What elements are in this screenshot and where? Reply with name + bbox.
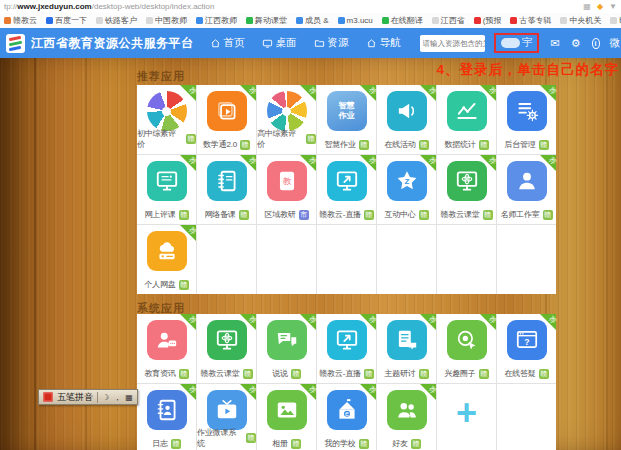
- app-tile-网上评课[interactable]: 荐网上评课赣: [137, 155, 196, 224]
- gear-icon[interactable]: ⚙: [571, 37, 581, 50]
- scope-badge: 赣: [306, 134, 316, 144]
- wood-seam: [34, 58, 36, 450]
- bookmarks-bar[interactable]: 赣教云百度一下铁路客户中国教师江西教师舞动课堂成员 &m3.ucu在线翻译江西省…: [0, 13, 621, 28]
- bookmark-favicon-icon: [4, 17, 11, 24]
- svg-text:e: e: [345, 410, 349, 417]
- app-tile-赣教云-直播[interactable]: 荐赣教云-直播赣: [317, 314, 376, 383]
- ime-keyboard-icon[interactable]: ▦: [125, 393, 133, 402]
- recommend-ribbon: 荐: [420, 384, 436, 400]
- app-label: 作业微课系统赣: [197, 427, 256, 449]
- ime-punctuation-icon[interactable]: ，: [113, 392, 121, 403]
- app-tile-日志[interactable]: 荐日志赣: [137, 384, 196, 450]
- recommend-ribbon: 荐: [180, 384, 196, 400]
- scope-badge: 赣: [171, 439, 181, 449]
- app-tile-智慧作业[interactable]: 荐智慧作业智慧作业赣: [317, 85, 376, 154]
- bookmark-item[interactable]: m3.ucu: [338, 16, 373, 25]
- app-tile-个人网盘[interactable]: 荐个人网盘赣: [137, 225, 196, 294]
- app-tile-网络备课[interactable]: 荐网络备课赣: [197, 155, 256, 224]
- pinwheel-senior-icon: [267, 91, 307, 131]
- scope-badge: 赣: [186, 134, 196, 144]
- app-tile-好友[interactable]: 荐好友赣: [377, 384, 436, 450]
- ime-halfwidth-icon[interactable]: ☽: [102, 393, 109, 402]
- scope-badge: 赣: [243, 369, 253, 379]
- bookmark-item[interactable]: 中央机关: [560, 15, 601, 26]
- share-edge-label[interactable]: 微: [610, 36, 621, 50]
- app-tile-作业微课系统[interactable]: 荐作业微课系统赣: [197, 384, 256, 450]
- info-icon[interactable]: i: [592, 38, 600, 49]
- scope-badge: 赣: [240, 140, 250, 150]
- flash-icon[interactable]: ◆: [597, 2, 603, 11]
- ime-logo-icon[interactable]: [43, 392, 53, 402]
- recommend-ribbon: 荐: [420, 85, 436, 101]
- app-label: 网上评课赣: [137, 209, 196, 220]
- bookmark-item[interactable]: 中国教师: [146, 15, 187, 26]
- app-tile-数学通2.0[interactable]: 荐数学通2.0赣: [197, 85, 256, 154]
- app-label: 相册赣: [257, 438, 316, 449]
- bookmark-item[interactable]: 百度一下: [46, 15, 87, 26]
- mail-icon[interactable]: ✉: [550, 37, 559, 50]
- dropdown-chevron-icon[interactable]: ▼: [609, 2, 617, 11]
- app-tile-数据统计[interactable]: 荐数据统计赣: [437, 85, 496, 154]
- bookmark-item[interactable]: (预报: [474, 15, 502, 26]
- app-tile-名师工作室[interactable]: 荐名师工作室赣: [497, 155, 556, 224]
- app-tile-在线活动[interactable]: 荐在线活动赣: [377, 85, 436, 154]
- search-input[interactable]: [420, 36, 485, 51]
- app-label: 我的学校赣: [317, 438, 376, 449]
- bookmark-item[interactable]: 在线翻译: [382, 15, 423, 26]
- app-tile-在线答疑[interactable]: 荐?在线答疑赣: [497, 314, 556, 383]
- bookmark-favicon-icon: [46, 17, 53, 24]
- app-label: 主题研讨赣: [377, 368, 436, 379]
- scope-badge: 赣: [419, 210, 429, 220]
- scope-badge: 赣: [543, 210, 553, 220]
- add-app-button[interactable]: +: [437, 384, 496, 450]
- bookmark-item[interactable]: 江西省: [432, 15, 465, 26]
- svg-text:?: ?: [524, 337, 529, 347]
- ime-mode-label[interactable]: 五笔拼音: [57, 391, 93, 404]
- app-tile-相册[interactable]: 荐相册赣: [257, 384, 316, 450]
- recommend-ribbon: 荐: [480, 314, 496, 330]
- wood-seam: [606, 58, 608, 450]
- app-tile-赣教云课堂[interactable]: 荐赣教云课堂赣: [197, 314, 256, 383]
- nav-navigation[interactable]: 导航: [366, 36, 401, 50]
- app-tile-赣教云课堂[interactable]: 荐赣教云课堂赣: [437, 155, 496, 224]
- app-tile-教育资讯[interactable]: 荐教育资讯赣: [137, 314, 196, 383]
- app-tile-兴趣圈子[interactable]: 荐兴趣圈子赣: [437, 314, 496, 383]
- bookmark-item[interactable]: 赣教云: [4, 15, 37, 26]
- nav-resources[interactable]: 资源: [314, 36, 349, 50]
- app-tile-我的学校[interactable]: 荐e我的学校赣: [317, 384, 376, 450]
- recommend-ribbon: 荐: [540, 85, 556, 101]
- app-tile-主题研讨[interactable]: 荐主题研讨赣: [377, 314, 436, 383]
- browser-url-bar[interactable]: tp://www.jxeduyun.com/desktop-web/deskto…: [0, 0, 621, 13]
- app-tile-高中综素评价[interactable]: 荐高中综素评价赣: [257, 85, 316, 154]
- nav-home[interactable]: 首页: [210, 36, 245, 50]
- bookmark-item[interactable]: 舞动课堂: [246, 15, 287, 26]
- user-name-button[interactable]: 宇: [494, 33, 540, 53]
- scope-badge: 赣: [419, 140, 429, 150]
- app-tile-说说[interactable]: 荐说说赣: [257, 314, 316, 383]
- scope-badge: 赣: [479, 140, 489, 150]
- url-prefix: tp://: [4, 2, 17, 11]
- empty-cell: [497, 384, 556, 450]
- nav-desktop[interactable]: 桌面: [262, 36, 297, 50]
- app-tile-后台管理[interactable]: 荐后台管理赣: [497, 85, 556, 154]
- recommend-ribbon: 荐: [360, 384, 376, 400]
- ime-toolbar[interactable]: 五笔拼音 ☽ ， ▦: [38, 389, 138, 405]
- bookmark-item[interactable]: 成员 &: [296, 15, 329, 26]
- bookmark-item[interactable]: 江西教师: [196, 15, 237, 26]
- app-label: 在线活动赣: [377, 139, 436, 150]
- bookmark-favicon-icon: [196, 17, 203, 24]
- bookmark-favicon-icon: [432, 17, 439, 24]
- app-tile-赣教云-直播[interactable]: 荐赣教云-直播赣: [317, 155, 376, 224]
- bookmark-item[interactable]: 铁路客户: [96, 15, 137, 26]
- bookmark-item[interactable]: 时空穿梭: [610, 15, 621, 26]
- extensions-icon[interactable]: ▦: [583, 2, 591, 11]
- empty-cell: [317, 225, 376, 294]
- bookmark-favicon-icon: [560, 17, 567, 24]
- app-tile-初中综素评价[interactable]: 荐初中综素评价赣: [137, 85, 196, 154]
- bookmark-item[interactable]: 古筝专辑: [510, 15, 551, 26]
- app-tile-区域教研[interactable]: 荐教区域教研市: [257, 155, 316, 224]
- recommend-ribbon: 荐: [240, 314, 256, 330]
- app-label: 赣教云课堂赣: [197, 368, 256, 379]
- app-tile-互动中心[interactable]: 荐Z互动中心赣: [377, 155, 436, 224]
- scope-badge: 赣: [246, 433, 256, 443]
